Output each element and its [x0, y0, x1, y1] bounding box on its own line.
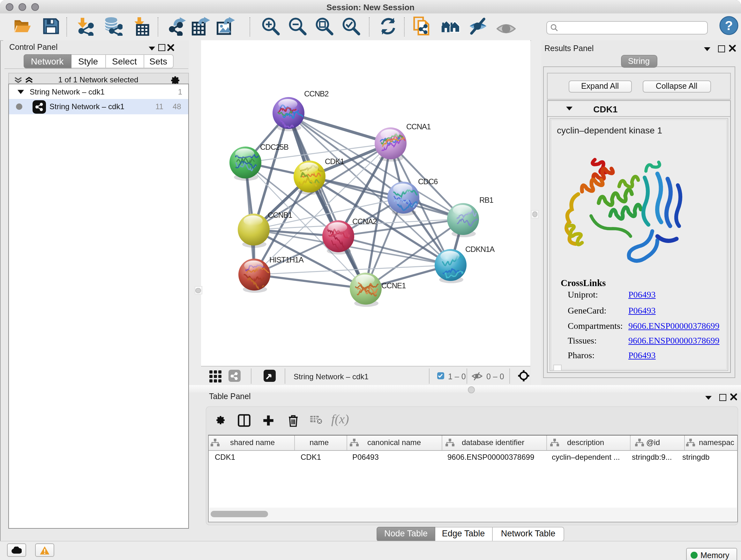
- svg-text:CCNA2: CCNA2: [352, 217, 377, 226]
- svg-text:CCNA1: CCNA1: [406, 122, 431, 131]
- svg-text:CDC6: CDC6: [418, 177, 438, 186]
- svg-text:RB1: RB1: [479, 196, 493, 204]
- svg-text:?: ?: [725, 18, 733, 33]
- svg-text:CCNB1: CCNB1: [268, 211, 292, 219]
- svg-text:CCNE1: CCNE1: [381, 281, 406, 290]
- svg-text:CDKN1A: CDKN1A: [465, 245, 495, 253]
- svg-text:HIST1H1A: HIST1H1A: [269, 255, 304, 264]
- svg-text:CDK1: CDK1: [325, 157, 344, 166]
- svg-text:CDC25B: CDC25B: [260, 143, 288, 151]
- svg-text:CCNB2: CCNB2: [304, 89, 329, 98]
